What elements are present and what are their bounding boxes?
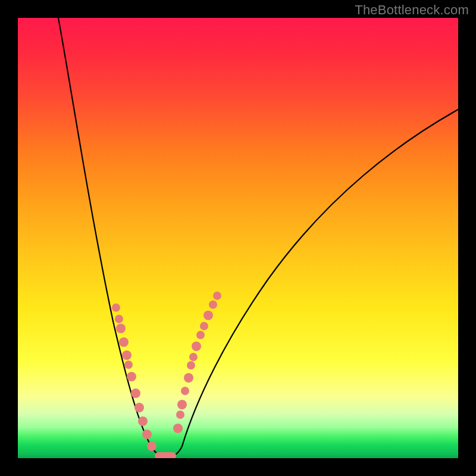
dot xyxy=(173,424,183,433)
chart-frame: TheBottleneck.com xyxy=(0,0,476,476)
dot xyxy=(124,361,133,369)
watermark-text: TheBottleneck.com xyxy=(355,2,469,18)
bottom-bar xyxy=(155,452,176,458)
dot xyxy=(116,324,126,333)
dot xyxy=(181,387,189,395)
plot-area xyxy=(18,18,458,458)
dot xyxy=(176,411,184,419)
dots-left xyxy=(112,303,156,451)
dot xyxy=(184,373,193,383)
dot xyxy=(115,315,123,323)
dot xyxy=(122,350,131,360)
left-curve xyxy=(58,18,164,456)
curve-svg xyxy=(18,18,458,458)
right-curve xyxy=(171,109,458,456)
dot xyxy=(127,372,136,381)
dot xyxy=(209,300,217,309)
dot xyxy=(187,361,195,369)
dot xyxy=(200,322,208,330)
dot xyxy=(196,331,205,339)
dot xyxy=(142,430,152,439)
dot xyxy=(119,337,129,347)
dot xyxy=(213,292,221,300)
dot xyxy=(203,311,213,320)
dot xyxy=(134,403,144,412)
dot xyxy=(147,441,156,451)
dots-right xyxy=(173,292,221,433)
dot xyxy=(138,416,148,426)
dot xyxy=(177,400,187,409)
bottom-bar-group xyxy=(155,452,176,458)
dot xyxy=(192,342,201,351)
dot xyxy=(189,353,198,361)
dot xyxy=(131,389,140,398)
dot xyxy=(112,303,120,312)
